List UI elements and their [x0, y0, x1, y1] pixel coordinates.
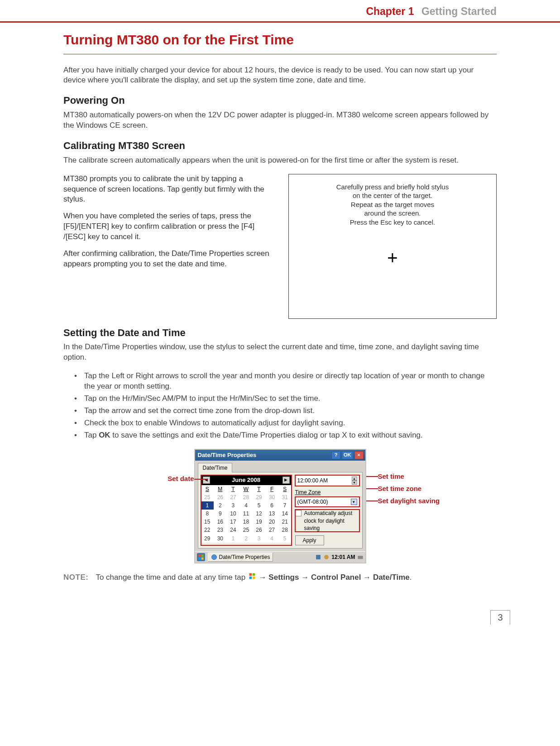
- calendar-day[interactable]: 26: [214, 493, 227, 501]
- calendar-day[interactable]: 25: [239, 526, 253, 534]
- note-label: NOTE:: [63, 573, 88, 583]
- calendar-day[interactable]: 29: [201, 534, 214, 543]
- calendar-day[interactable]: 30: [214, 534, 227, 543]
- step-5-pre: Tap: [84, 431, 99, 439]
- calendar-day[interactable]: 21: [278, 518, 292, 526]
- calendar-day[interactable]: 31: [278, 493, 292, 501]
- month-label: June 2008: [232, 476, 260, 484]
- timezone-label: Time Zone: [295, 489, 359, 496]
- calendar-day[interactable]: 4: [239, 501, 253, 510]
- calendar-day[interactable]: 4: [265, 534, 278, 543]
- windows-flag-icon: [249, 573, 256, 583]
- calendar-day[interactable]: 10: [227, 510, 240, 518]
- calendar-day[interactable]: 3: [253, 534, 266, 543]
- time-value: 12:00:00 AM: [297, 477, 328, 484]
- calendar-dow: W: [239, 485, 253, 493]
- page-number: 3: [490, 610, 510, 625]
- calendar[interactable]: SMTWTFS 25262728293031123456789101112131…: [201, 485, 292, 543]
- calendar-day[interactable]: 25: [201, 493, 214, 501]
- time-spinner[interactable]: ▲▼: [352, 476, 357, 485]
- tray-icon-1[interactable]: [315, 554, 321, 560]
- calendar-dow: M: [214, 485, 227, 493]
- calendar-day[interactable]: 15: [201, 518, 214, 526]
- next-month-button[interactable]: ►: [282, 476, 290, 484]
- calendar-day[interactable]: 1: [201, 501, 214, 510]
- calendar-day[interactable]: 8: [201, 510, 214, 518]
- taskbar-app-label: Date/Time Properties: [219, 553, 270, 561]
- ok-button[interactable]: OK: [342, 451, 353, 459]
- calendar-day[interactable]: 11: [239, 510, 253, 518]
- timezone-select[interactable]: (GMT-08:00) ▾: [295, 497, 359, 507]
- note-arrow-1: →: [259, 573, 269, 582]
- calendar-day[interactable]: 5: [278, 534, 292, 543]
- calendar-day[interactable]: 7: [278, 501, 292, 510]
- window-title: Date/Time Properties: [197, 451, 330, 459]
- note-dot: .: [410, 573, 412, 582]
- chapter-title: Getting Started: [421, 5, 497, 17]
- step-5-bold: OK: [99, 431, 110, 439]
- help-button[interactable]: ?: [331, 451, 340, 459]
- calendar-day[interactable]: 6: [265, 501, 278, 510]
- calendar-day[interactable]: 3: [227, 501, 240, 510]
- calendar-day[interactable]: 26: [253, 526, 266, 534]
- calendar-day[interactable]: 29: [253, 493, 266, 501]
- close-button[interactable]: ×: [354, 451, 364, 459]
- dst-row[interactable]: Automatically adjust clock for daylight …: [295, 510, 359, 532]
- svg-rect-8: [249, 573, 252, 576]
- calendar-day[interactable]: 2: [239, 534, 253, 543]
- calendar-day[interactable]: 1: [227, 534, 240, 543]
- calibrating-intro: The calibrate screen automatically appea…: [63, 155, 497, 166]
- chapter-number: Chapter 1: [366, 5, 414, 17]
- prev-month-button[interactable]: ◄: [203, 476, 210, 484]
- chevron-down-icon[interactable]: ▾: [351, 499, 357, 505]
- titlebar: Date/Time Properties ? OK ×: [195, 450, 365, 461]
- calendar-day[interactable]: 20: [265, 518, 278, 526]
- calendar-day[interactable]: 28: [278, 526, 292, 534]
- heading-datetime: Setting the Date and Time: [63, 326, 497, 340]
- svg-rect-5: [316, 555, 321, 559]
- calendar-day[interactable]: 19: [253, 518, 266, 526]
- calib-line5: Press the Esc key to cancel.: [302, 218, 483, 227]
- calibrating-p3: After confirming calibration, the Date/T…: [63, 249, 278, 270]
- calendar-day[interactable]: 27: [227, 493, 240, 501]
- calendar-dow: T: [227, 485, 240, 493]
- calendar-day[interactable]: 24: [227, 526, 240, 534]
- time-input[interactable]: 12:00:00 AM ▲▼: [295, 475, 359, 486]
- datetime-steps: Tap the Left or Right arrows to scroll t…: [63, 371, 497, 441]
- sip-icon[interactable]: [357, 554, 364, 560]
- calendar-day[interactable]: 14: [278, 510, 292, 518]
- svg-rect-7: [358, 556, 363, 559]
- svg-rect-9: [253, 573, 255, 576]
- timezone-value: (GMT-08:00): [297, 498, 328, 505]
- calendar-day[interactable]: 18: [239, 518, 253, 526]
- step-5-post: to save the settings and exit the Date/T…: [110, 431, 423, 439]
- dst-checkbox[interactable]: [295, 510, 302, 516]
- calendar-day[interactable]: 5: [253, 501, 266, 510]
- start-icon[interactable]: [197, 553, 205, 561]
- taskbar-app-button[interactable]: Date/Time Properties: [208, 553, 273, 562]
- calendar-day[interactable]: 12: [253, 510, 266, 518]
- step-4: Check the box to enable Windows to autom…: [74, 418, 497, 428]
- callout-set-time: Set time: [378, 472, 404, 480]
- calendar-day[interactable]: 13: [265, 510, 278, 518]
- running-header: Chapter 1 Getting Started: [0, 0, 560, 21]
- step-5: Tap OK to save the settings and exit the…: [74, 430, 497, 441]
- calendar-day[interactable]: 27: [265, 526, 278, 534]
- svg-rect-1: [201, 555, 203, 557]
- calendar-day[interactable]: 16: [214, 518, 227, 526]
- calendar-day[interactable]: 30: [265, 493, 278, 501]
- svg-rect-3: [201, 558, 203, 560]
- taskbar: Date/Time Properties 12:01 AM: [195, 551, 365, 563]
- calendar-day[interactable]: 28: [239, 493, 253, 501]
- calendar-day[interactable]: 9: [214, 510, 227, 518]
- tab-datetime[interactable]: Date/Time: [198, 463, 233, 472]
- heading-powering-on: Powering On: [63, 94, 497, 107]
- calendar-day[interactable]: 17: [227, 518, 240, 526]
- calendar-day[interactable]: 2: [214, 501, 227, 510]
- calendar-day[interactable]: 22: [201, 526, 214, 534]
- crosshair-icon: +: [387, 249, 397, 267]
- apply-button[interactable]: Apply: [295, 535, 324, 545]
- calendar-day[interactable]: 23: [214, 526, 227, 534]
- note-control-panel: Control Panel: [311, 573, 361, 582]
- tray-icon-2[interactable]: [323, 554, 330, 560]
